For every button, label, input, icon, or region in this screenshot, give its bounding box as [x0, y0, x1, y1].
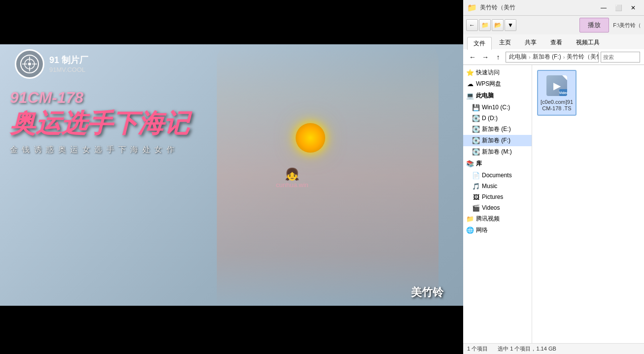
tab-view[interactable]: 查看 [544, 36, 569, 49]
tree-item-videos[interactable]: 🎬 Videos [463, 202, 532, 213]
person-figure [217, 44, 439, 306]
folder-up-button[interactable]: 📁 [479, 19, 491, 31]
title-overlay: 91CM-178 奥运选手下海记 金 钱 诱 惑 奥 运 女 选 手 下 海 处… [10, 89, 189, 155]
tab-video-tools[interactable]: 视频工具 [570, 36, 606, 49]
left-tools: ← 📁 📂 ▼ [463, 17, 519, 33]
cloud-icon: ☁ [466, 80, 474, 88]
tree-section-computer[interactable]: 💻 此电脑 [463, 90, 532, 102]
tree-item-music[interactable]: 🎵 Music [463, 181, 532, 192]
logo-icon [20, 54, 39, 74]
path-pc: 此电脑 [509, 53, 527, 61]
tab-file[interactable]: 文件 [467, 37, 492, 50]
path-display: F:\美竹铃（ [613, 22, 641, 29]
video-title-sub: 金 钱 诱 惑 奥 运 女 选 手 下 海 处 女 作 [10, 145, 189, 155]
tab-home[interactable]: 主页 [493, 36, 517, 49]
nav-tree: ⭐ 快速访问 ☁ WPS网盘 💻 此电脑 💾 Win10 (C:) 💽 D (D… [463, 65, 532, 343]
logo-circle [15, 49, 44, 79]
tree-item-wps[interactable]: ☁ WPS网盘 [463, 78, 532, 90]
file-icon: ▶ Video [545, 74, 569, 97]
window-titlebar: 📁 美竹铃（美竹 — ⬜ ✕ [463, 0, 644, 16]
file-icon-image: ▶ Video [546, 75, 567, 96]
list-item[interactable]: ▶ Video [c0e0.com]91CM-178 .TS [537, 70, 576, 116]
tree-item-m[interactable]: 💽 新加卷 (M:) [463, 146, 532, 158]
minimize-button[interactable]: — [597, 2, 610, 13]
new-folder-button[interactable]: 📂 [492, 19, 504, 31]
drive-c-icon: 💾 [472, 103, 480, 111]
watermark-icon: 👧 [276, 167, 308, 181]
video-black-bar-top [0, 0, 463, 44]
explorer-panel: 📁 美竹铃（美竹 — ⬜ ✕ ← 📁 📂 ▼ 播放 F:\美竹铃（ 文件 主页 … [463, 0, 644, 354]
tree-item-d[interactable]: 💽 D (D:) [463, 113, 532, 124]
medal [296, 123, 325, 153]
library-icon: 📚 [466, 160, 474, 168]
logo-name: 91 制片厂 [49, 55, 88, 66]
video-background: 91 制片厂 91MV.COOL 91CM-178 奥运选手下海记 金 钱 诱 … [0, 0, 463, 354]
network-icon: 🌐 [466, 226, 474, 234]
tencent-video-icon: 📁 [466, 215, 474, 223]
video-title-main: 奥运选手下海记 [10, 109, 189, 137]
tree-item-quick-access[interactable]: ⭐ 快速访问 [463, 67, 532, 78]
explorer-main: ⭐ 快速访问 ☁ WPS网盘 💻 此电脑 💾 Win10 (C:) 💽 D (D… [463, 65, 644, 343]
logo-sub: 91MV.COOL [49, 66, 88, 73]
close-button[interactable]: ✕ [626, 2, 640, 13]
tree-item-network[interactable]: 🌐 网络 [463, 225, 532, 236]
file-content: ▶ Video [c0e0.com]91CM-178 .TS [532, 65, 644, 343]
video-panel: 91 制片厂 91MV.COOL 91CM-178 奥运选手下海记 金 钱 诱 … [0, 0, 463, 354]
drive-m-icon: 💽 [472, 148, 480, 156]
svg-point-2 [28, 63, 31, 65]
drive-e-icon: 💽 [472, 126, 480, 133]
watermark: 👧 cunhua.win [276, 167, 308, 189]
play-button[interactable]: 播放 [579, 18, 609, 32]
videos-icon: 🎬 [472, 204, 480, 212]
computer-icon: 💻 [466, 92, 474, 100]
maximize-button[interactable]: ⬜ [611, 2, 625, 13]
address-path[interactable]: 此电脑 › 新加卷 (F:) › 美竹铃（美竹 [506, 52, 599, 63]
logo-text-block: 91 制片厂 91MV.COOL [49, 55, 88, 73]
status-bar: 1 个项目 选中 1 个项目，1.14 GB [463, 343, 644, 354]
ribbon-tabs: 文件 主页 共享 查看 视频工具 [463, 34, 644, 49]
tree-item-f[interactable]: 💽 新加卷 (F:) [463, 135, 532, 146]
path-sep-2: › [563, 54, 565, 60]
selected-info: 选中 1 个项目，1.14 GB [498, 345, 556, 353]
tree-item-pictures[interactable]: 🖼 Pictures [463, 192, 532, 202]
right-play: 播放 F:\美竹铃（ [576, 16, 644, 34]
drive-d-icon: 💽 [472, 114, 480, 122]
address-bar: ← → ↑ 此电脑 › 新加卷 (F:) › 美竹铃（美竹 [463, 49, 644, 65]
path-sep-1: › [529, 54, 531, 60]
watermark-text: cunhua.win [276, 181, 308, 189]
top-ribbon: ← 📁 📂 ▼ 播放 F:\美竹铃（ [463, 16, 644, 34]
nav-back-button[interactable]: ← [467, 52, 478, 63]
titlebar-left: 📁 美竹铃（美竹 [467, 3, 515, 12]
nav-forward-button[interactable]: → [480, 52, 491, 63]
back-tool-button[interactable]: ← [466, 19, 478, 31]
file-name: [c0e0.com]91CM-178 .TS [540, 99, 574, 112]
file-type-badge: Video [559, 89, 567, 96]
search-input[interactable] [601, 52, 640, 63]
window-title: 美竹铃（美竹 [480, 3, 515, 12]
pictures-icon: 🖼 [472, 193, 480, 201]
video-title-cm: 91CM-178 [10, 89, 189, 107]
tree-item-e[interactable]: 💽 新加卷 (E:) [463, 124, 532, 135]
properties-button[interactable]: ▼ [505, 19, 516, 31]
folder-icon: 📁 [467, 3, 477, 12]
file-count: 1 个项目 [467, 345, 488, 353]
music-icon: 🎵 [472, 182, 480, 190]
tree-item-tencent-video[interactable]: 📁 腾讯视频 [463, 213, 532, 225]
tree-item-c[interactable]: 💾 Win10 (C:) [463, 102, 532, 113]
video-black-bar-bottom [0, 306, 463, 354]
path-folder: 美竹铃（美竹 [567, 53, 599, 61]
tree-section-library[interactable]: 📚 库 [463, 158, 532, 170]
nav-up-button[interactable]: ↑ [493, 52, 504, 63]
logo-area: 91 制片厂 91MV.COOL [15, 49, 88, 79]
star-icon: ⭐ [466, 69, 474, 77]
drive-f-icon: 💽 [472, 137, 480, 145]
artist-name: 美竹铃 [411, 285, 443, 300]
path-drive: 新加卷 (F:) [533, 53, 561, 61]
tree-item-documents[interactable]: 📄 Documents [463, 170, 532, 181]
titlebar-buttons: — ⬜ ✕ [597, 2, 640, 13]
tab-share[interactable]: 共享 [518, 36, 543, 49]
documents-icon: 📄 [472, 171, 480, 179]
